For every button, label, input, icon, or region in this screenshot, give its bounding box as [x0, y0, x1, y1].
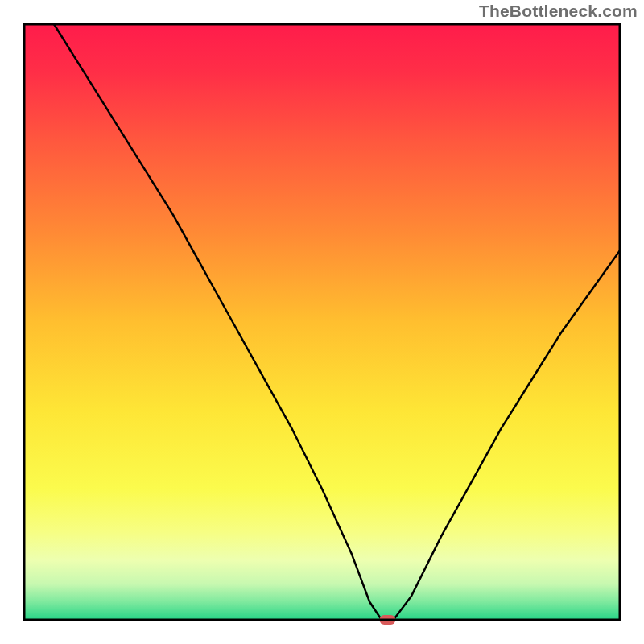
bottleneck-chart: [0, 0, 644, 644]
chart-background-gradient: [24, 24, 620, 620]
chart-container: TheBottleneck.com: [0, 0, 644, 644]
watermark-text: TheBottleneck.com: [479, 2, 638, 21]
